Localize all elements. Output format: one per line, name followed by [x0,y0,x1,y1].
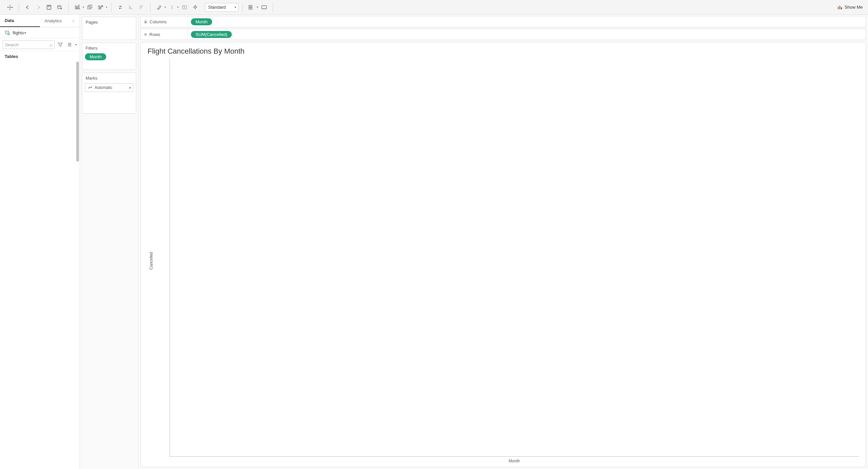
filter-icon[interactable] [57,41,64,48]
viz-title[interactable]: Flight Cancellations By Month [148,47,859,56]
y-ticks [155,58,169,457]
svg-line-31 [157,9,158,9]
viz-area: Flight Cancellations By Month Cancelled … [141,42,866,467]
redo-icon[interactable] [34,3,43,12]
svg-rect-42 [839,6,840,9]
new-datasource-icon[interactable] [55,3,64,12]
columns-label: Columns [150,19,166,24]
y-axis-label: Cancelled [149,252,154,270]
top-toolbar: +▾ ▾ ▾ ▾ T Standard ▾ Show Me [0,0,868,15]
rows-shelf[interactable]: ≡ Rows SUM(Cancelled) [141,29,866,40]
line-icon [88,86,93,90]
pin-icon[interactable] [190,3,200,12]
swap-axes-icon[interactable] [116,3,125,12]
svg-rect-26 [129,7,131,8]
svg-rect-28 [140,6,143,6]
group-icon[interactable] [167,3,177,12]
svg-rect-41 [838,7,839,9]
svg-rect-15 [75,6,76,9]
field-tree [0,62,80,469]
svg-rect-29 [140,7,142,8]
svg-rect-21 [99,6,100,9]
svg-rect-25 [129,6,130,6]
save-icon[interactable] [44,3,54,12]
tables-heading: Tables [0,51,80,62]
clear-sheet-icon[interactable] [96,3,105,12]
show-labels-icon[interactable]: T [180,3,189,12]
tableau-logo-icon[interactable] [5,3,14,12]
svg-rect-16 [77,7,78,9]
duplicate-sheet-icon[interactable] [85,3,95,12]
datasource-icon [5,30,10,35]
filter-pill-month[interactable]: Month [85,53,106,60]
columns-icon: ⅲ [144,19,147,24]
columns-shelf[interactable]: ⅲ Columns Month [141,16,866,27]
rows-label: Rows [150,32,160,37]
pages-title: Pages [82,17,136,27]
view-list-icon[interactable] [66,41,73,48]
marks-type-dropdown[interactable]: Automatic [85,83,133,92]
svg-rect-38 [262,6,267,9]
tab-data[interactable]: Data [0,15,40,27]
show-me-icon [837,5,843,10]
datasource-name: flights+ [13,30,27,35]
tab-analytics[interactable]: Analytics◇ [40,15,80,27]
shelf-cards: Pages Filters Month Marks Automatic [80,15,138,469]
svg-rect-36 [249,8,250,9]
svg-rect-43 [841,7,842,9]
sort-desc-icon[interactable] [137,3,146,12]
show-me-button[interactable]: Show Me [835,3,865,11]
svg-rect-30 [140,8,141,9]
svg-text:+: + [79,7,80,10]
svg-point-12 [58,5,61,7]
sort-asc-icon[interactable] [126,3,135,12]
svg-rect-34 [249,5,250,7]
search-input[interactable]: Search [3,40,55,49]
filters-title: Filters [82,43,136,53]
marks-card: Marks Automatic [82,73,136,114]
pages-card[interactable]: Pages [82,17,136,40]
presentation-icon[interactable] [259,3,269,12]
rows-pill-cancelled[interactable]: SUM(Cancelled) [191,31,232,38]
svg-rect-27 [129,8,132,9]
x-axis-label: Month [169,457,859,463]
new-worksheet-icon[interactable]: + [72,3,82,12]
filters-card[interactable]: Filters Month [82,43,136,70]
show-cards-icon[interactable] [247,3,256,12]
svg-text:T: T [184,6,185,9]
svg-rect-10 [47,5,51,9]
svg-rect-35 [251,5,252,7]
chart-plot[interactable] [169,58,859,457]
svg-rect-37 [251,8,252,9]
data-pane: Data Analytics◇ flights+ Search ▾ Tables [0,15,80,469]
fit-dropdown[interactable]: Standard [205,3,239,12]
undo-icon[interactable] [23,3,32,12]
scrollbar-thumb[interactable] [76,62,79,161]
canvas: ⅲ Columns Month ≡ Rows SUM(Cancelled) Fl… [138,15,868,469]
highlight-icon[interactable] [155,3,164,12]
svg-point-44 [5,31,9,32]
svg-rect-22 [100,7,101,9]
datasource-item[interactable]: flights+ [0,27,80,38]
marks-title: Marks [82,73,136,83]
show-me-label: Show Me [845,5,863,10]
rows-icon: ≡ [144,32,147,37]
columns-pill-month[interactable]: Month [191,18,212,25]
